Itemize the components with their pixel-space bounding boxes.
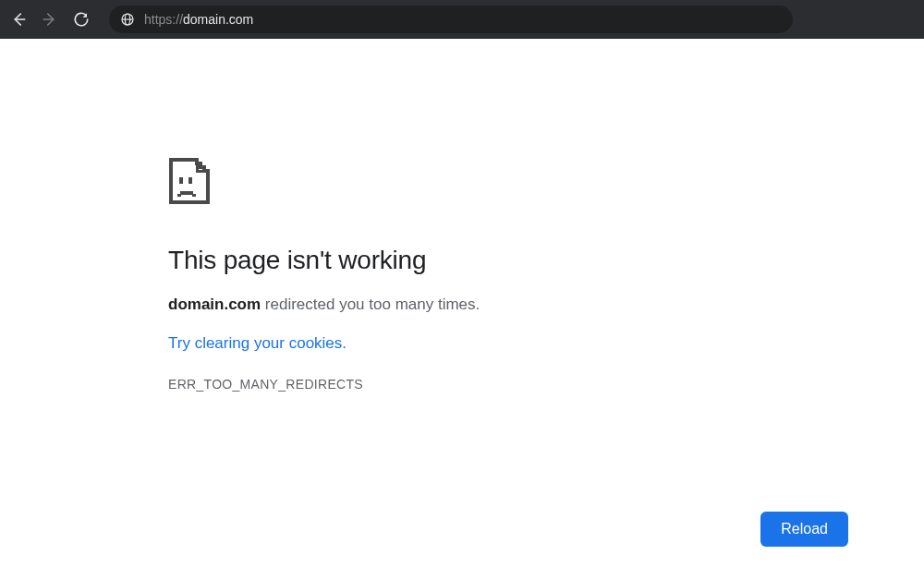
back-button[interactable] bbox=[9, 10, 28, 29]
globe-icon bbox=[120, 12, 135, 27]
reload-button[interactable]: Reload bbox=[760, 512, 848, 547]
address-bar[interactable]: https://domain.com bbox=[109, 6, 793, 33]
url-text: https://domain.com bbox=[144, 12, 253, 27]
reload-icon[interactable] bbox=[72, 10, 91, 29]
error-heading: This page isn't working bbox=[168, 246, 924, 275]
url-host: domain.com bbox=[183, 12, 253, 27]
svg-rect-8 bbox=[177, 194, 181, 197]
svg-rect-9 bbox=[192, 194, 196, 197]
svg-rect-7 bbox=[180, 191, 193, 195]
url-scheme: https:// bbox=[144, 12, 183, 27]
svg-rect-6 bbox=[188, 177, 192, 184]
sad-file-icon bbox=[168, 157, 924, 209]
clear-cookies-link[interactable]: Try clearing your cookies. bbox=[168, 334, 346, 353]
error-message-suffix: redirected you too many times. bbox=[261, 296, 480, 313]
error-code: ERR_TOO_MANY_REDIRECTS bbox=[168, 377, 924, 392]
error-message: domain.com redirected you too many times… bbox=[168, 296, 924, 314]
browser-toolbar: https://domain.com bbox=[0, 0, 924, 39]
forward-button[interactable] bbox=[41, 10, 59, 29]
svg-rect-5 bbox=[179, 177, 183, 184]
error-page-content: This page isn't working domain.com redir… bbox=[0, 39, 924, 567]
error-domain: domain.com bbox=[168, 296, 261, 313]
